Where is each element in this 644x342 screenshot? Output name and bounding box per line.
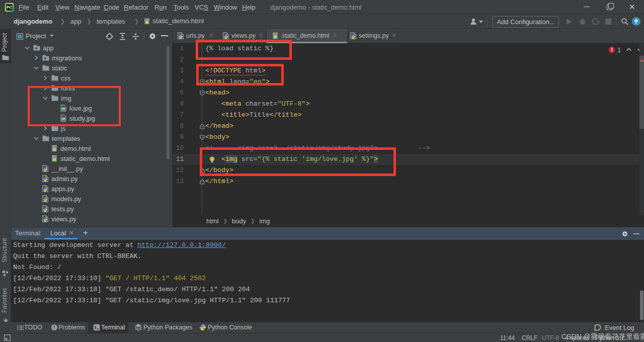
svg-text:H: H xyxy=(274,35,277,39)
svg-text:H: H xyxy=(146,21,148,24)
svg-text:H: H xyxy=(53,148,56,151)
svg-text:H: H xyxy=(53,158,56,161)
